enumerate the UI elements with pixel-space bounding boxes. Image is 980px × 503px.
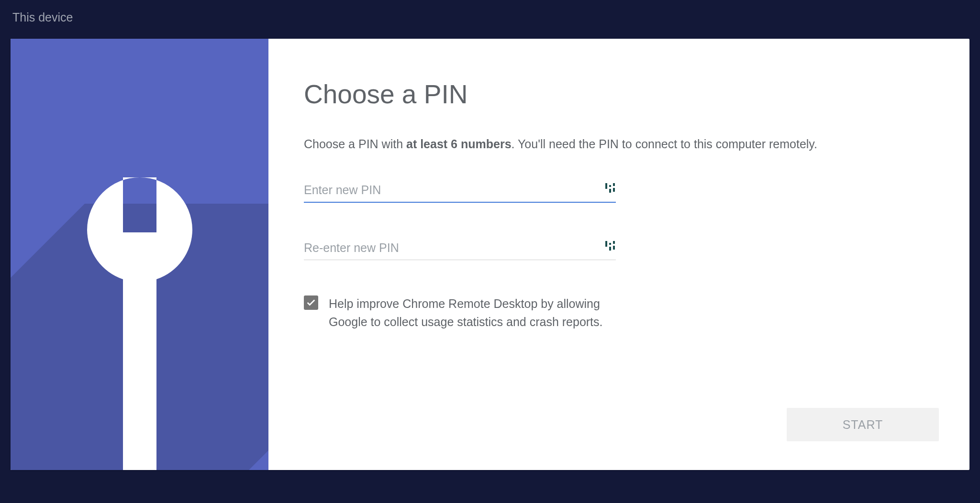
dialog-title: Choose a PIN bbox=[304, 79, 939, 109]
pin-input[interactable] bbox=[304, 179, 616, 203]
description-prefix: Choose a PIN with bbox=[304, 137, 406, 151]
pin-input-row bbox=[304, 179, 616, 203]
description-suffix: . You'll need the PIN to connect to this… bbox=[512, 137, 817, 151]
usage-stats-checkbox[interactable] bbox=[304, 295, 318, 310]
svg-rect-2 bbox=[609, 189, 611, 193]
pin-confirm-input[interactable] bbox=[304, 237, 616, 260]
usage-stats-row: Help improve Chrome Remote Desktop by al… bbox=[304, 295, 620, 332]
svg-rect-4 bbox=[613, 188, 615, 192]
svg-rect-7 bbox=[609, 247, 611, 251]
section-header: This device bbox=[0, 0, 980, 35]
description-bold: at least 6 numbers bbox=[406, 137, 512, 151]
svg-rect-3 bbox=[613, 183, 615, 186]
password-manager-icon[interactable] bbox=[604, 240, 616, 252]
start-button[interactable]: START bbox=[787, 408, 939, 441]
dialog-description: Choose a PIN with at least 6 numbers. Yo… bbox=[304, 135, 939, 153]
wrench-icon bbox=[87, 177, 192, 470]
svg-rect-5 bbox=[605, 241, 607, 247]
usage-stats-label: Help improve Chrome Remote Desktop by al… bbox=[329, 295, 620, 332]
svg-rect-1 bbox=[609, 185, 611, 187]
dialog-content: Choose a PIN Choose a PIN with at least … bbox=[268, 39, 969, 470]
checkmark-icon bbox=[306, 297, 316, 308]
sidebar-illustration bbox=[11, 39, 268, 470]
password-manager-icon[interactable] bbox=[604, 182, 616, 194]
svg-rect-8 bbox=[613, 241, 615, 244]
pin-setup-card: Choose a PIN Choose a PIN with at least … bbox=[11, 39, 969, 470]
svg-rect-9 bbox=[613, 246, 615, 250]
svg-rect-0 bbox=[605, 183, 607, 189]
pin-confirm-row bbox=[304, 237, 616, 260]
svg-rect-6 bbox=[609, 243, 611, 245]
